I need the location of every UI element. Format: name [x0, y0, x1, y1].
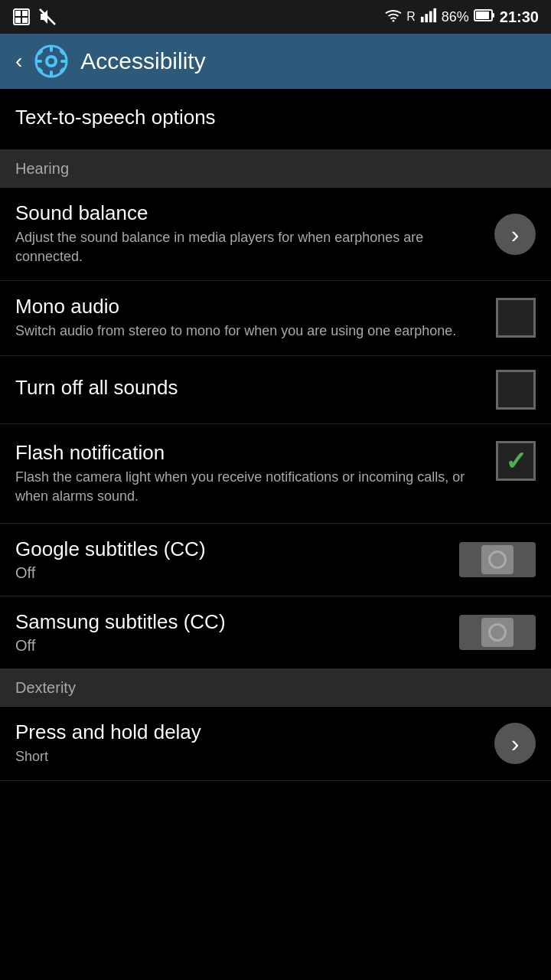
press-hold-delay-item[interactable]: Press and hold delay Short: [0, 707, 551, 781]
google-subtitles-toggle-knob: [481, 545, 514, 574]
flash-notification-title: Flash notification: [15, 441, 484, 465]
page-title: Accessibility: [80, 48, 205, 74]
press-hold-delay-content: Press and hold delay Short: [15, 720, 494, 766]
back-button[interactable]: ‹: [15, 49, 22, 74]
signal-icon: [420, 7, 437, 28]
status-bar: R 86% 21:30: [0, 0, 551, 34]
svg-rect-19: [36, 60, 42, 63]
svg-point-16: [48, 58, 54, 64]
press-hold-delay-value: Short: [15, 747, 482, 766]
mono-audio-content: Mono audio Switch audio from stereo to m…: [15, 295, 496, 341]
samsung-subtitles-toggle[interactable]: [459, 615, 536, 650]
samsung-subtitles-item[interactable]: Samsung subtitles (CC) Off: [0, 596, 551, 669]
sound-balance-content: Sound balance Adjust the sound balance i…: [15, 201, 494, 266]
svg-rect-9: [429, 11, 432, 22]
google-subtitles-title: Google subtitles (CC): [15, 537, 447, 561]
svg-rect-13: [493, 13, 494, 18]
svg-rect-3: [15, 18, 21, 23]
mono-audio-desc: Switch audio from stereo to mono for whe…: [15, 322, 484, 341]
google-subtitles-item[interactable]: Google subtitles (CC) Off: [0, 524, 551, 596]
flash-notification-desc: Flash the camera light when you receive …: [15, 468, 484, 506]
flash-notification-item[interactable]: Flash notification Flash the camera ligh…: [0, 424, 551, 524]
tts-content: Text-to-speech options: [15, 106, 536, 132]
google-subtitles-toggle[interactable]: [459, 542, 536, 577]
wifi-icon: [385, 7, 402, 28]
sound-balance-desc: Adjust the sound balance in media player…: [15, 228, 482, 266]
google-subtitles-status: Off: [15, 564, 447, 582]
samsung-subtitles-content: Samsung subtitles (CC) Off: [15, 610, 459, 655]
time-display: 21:30: [500, 8, 539, 26]
svg-rect-7: [421, 16, 424, 21]
settings-gear-icon: [34, 44, 68, 78]
turn-off-sounds-title: Turn off all sounds: [15, 376, 484, 400]
svg-rect-4: [22, 18, 28, 23]
mono-audio-title: Mono audio: [15, 295, 484, 318]
sound-balance-item[interactable]: Sound balance Adjust the sound balance i…: [0, 188, 551, 281]
battery-percent: 86%: [442, 9, 469, 25]
google-subtitles-content: Google subtitles (CC) Off: [15, 537, 459, 582]
status-bar-left: [12, 8, 57, 26]
samsung-subtitles-toggle-knob: [481, 618, 514, 647]
dexterity-section-header: Dexterity: [0, 669, 551, 707]
svg-point-6: [393, 19, 395, 21]
svg-rect-10: [433, 8, 436, 21]
svg-rect-1: [15, 11, 21, 16]
mono-audio-checkbox[interactable]: [496, 298, 536, 338]
samsung-subtitles-status: Off: [15, 637, 447, 655]
page-header: ‹ Accessibility: [0, 34, 551, 89]
press-hold-delay-title: Press and hold delay: [15, 720, 482, 744]
turn-off-sounds-content: Turn off all sounds: [15, 376, 496, 403]
svg-rect-20: [60, 60, 67, 63]
turn-off-sounds-item[interactable]: Turn off all sounds: [0, 356, 551, 424]
svg-rect-2: [22, 11, 28, 16]
samsung-subtitles-title: Samsung subtitles (CC): [15, 610, 447, 634]
sound-balance-chevron[interactable]: [494, 214, 536, 255]
sound-balance-title: Sound balance: [15, 201, 482, 225]
flash-notification-checkbox[interactable]: [496, 441, 536, 481]
svg-rect-18: [50, 70, 53, 77]
turn-off-sounds-checkbox[interactable]: [496, 370, 536, 410]
status-bar-right: R 86% 21:30: [385, 7, 539, 28]
r-indicator: R: [406, 10, 416, 24]
mute-icon: [38, 8, 57, 26]
flash-notification-content: Flash notification Flash the camera ligh…: [15, 441, 496, 506]
tts-item[interactable]: Text-to-speech options: [0, 89, 551, 150]
tts-title: Text-to-speech options: [15, 106, 523, 129]
press-hold-delay-chevron[interactable]: [494, 723, 536, 764]
gallery-icon: [12, 8, 31, 26]
battery-icon: [474, 8, 495, 26]
svg-rect-8: [425, 14, 428, 22]
hearing-section-header: Hearing: [0, 150, 551, 188]
svg-rect-12: [476, 11, 489, 19]
mono-audio-item[interactable]: Mono audio Switch audio from stereo to m…: [0, 281, 551, 355]
svg-rect-17: [50, 46, 53, 52]
